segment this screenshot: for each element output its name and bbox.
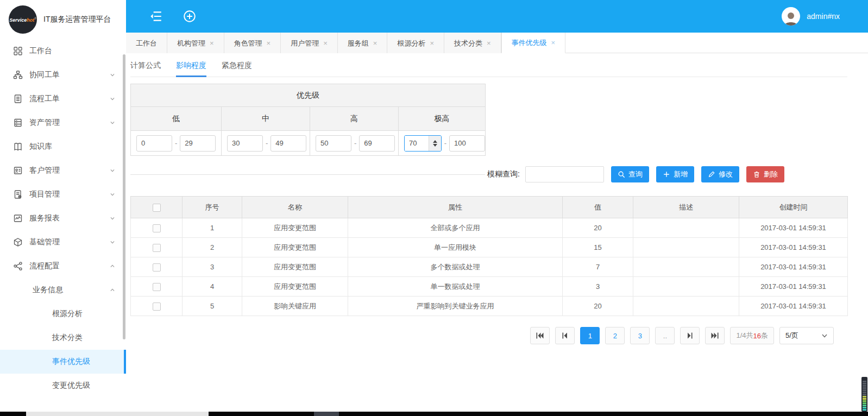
id-card-icon [13, 166, 23, 175]
row-checkbox[interactable] [153, 263, 161, 272]
sidebar-item-process-config[interactable]: 流程配置 [0, 254, 126, 278]
sidebar-item-project-mgmt[interactable]: 项目管理 [0, 182, 126, 206]
system-meter-overlay [861, 377, 867, 412]
subtab-calc-formula[interactable]: 计算公式 [130, 61, 161, 77]
page-size-select[interactable]: 5/页 [779, 327, 834, 344]
close-icon[interactable]: × [487, 33, 491, 53]
last-page-button[interactable] [705, 327, 725, 344]
high-to-input[interactable] [359, 135, 395, 152]
book-icon [13, 142, 23, 152]
sidebar-item-process-orders[interactable]: 流程工单 [0, 87, 126, 111]
row-checkbox[interactable] [153, 283, 161, 291]
next-page-icon [686, 332, 694, 339]
close-icon[interactable]: × [430, 33, 434, 53]
sidebar: Servicehot® IT服务运营管理平台 工作台 协同工单 流程工单 资产管… [0, 0, 126, 416]
sidebar-item-basic-mgmt[interactable]: 基础管理 [0, 230, 126, 254]
page-info: 1/4共16条 [730, 327, 774, 344]
level-high: 高 [310, 107, 399, 131]
platform-title: IT服务运营管理平台 [43, 15, 111, 24]
medium-to-input[interactable] [271, 135, 306, 152]
page-button-1[interactable]: 1 [580, 327, 600, 344]
sidebar-item-workbench[interactable]: 工作台 [0, 39, 126, 63]
step-up-icon[interactable] [433, 140, 437, 143]
sidebar-item-knowledge-base[interactable]: 知识库 [0, 135, 126, 159]
document-icon [13, 94, 23, 104]
fuzzy-search-input[interactable] [525, 166, 604, 182]
sidebar-item-service-reports[interactable]: 服务报表 [0, 206, 126, 230]
tab-service-group[interactable]: 服务组× [338, 33, 388, 53]
tabbar: 工作台 机构管理× 角色管理× 用户管理× 服务组× 根源分析× 技术分类× 事… [126, 33, 868, 53]
priority-matrix: 优先级 低 中 高 极高 - - [130, 84, 486, 156]
close-icon[interactable]: × [267, 33, 271, 53]
very-high-to-input[interactable] [449, 135, 485, 152]
row-checkbox[interactable] [153, 302, 161, 311]
medium-from-input[interactable] [227, 135, 263, 152]
close-icon[interactable]: × [551, 33, 556, 53]
close-icon[interactable]: × [373, 33, 378, 53]
collapse-sidebar-icon[interactable] [149, 9, 163, 23]
grid-icon [13, 46, 23, 56]
table-row[interactable]: 1应用变更范围全部或多个应用 202017-03-01 14:59:31 [131, 218, 848, 238]
page-ellipsis[interactable]: .. [655, 327, 675, 344]
first-page-button[interactable] [530, 327, 550, 344]
add-button[interactable]: 新增 [656, 166, 694, 182]
table-row[interactable]: 4应用变更范围单一数据或处理 32017-03-01 14:59:31 [131, 277, 848, 297]
add-new-icon[interactable] [183, 9, 197, 23]
subtab-urgency-degree[interactable]: 紧急程度 [222, 61, 252, 77]
sidebar-item-tech-category[interactable]: 技术分类 [0, 326, 126, 350]
low-to-input[interactable] [180, 135, 216, 152]
sidebar-item-business-info[interactable]: 业务信息 [0, 278, 126, 302]
last-page-icon [711, 332, 719, 339]
select-all-checkbox[interactable] [153, 204, 161, 212]
pencil-icon [708, 171, 715, 178]
prev-page-button[interactable] [555, 327, 575, 344]
table-row[interactable]: 5影响关键应用严重影响到关键业务应用 202017-03-01 14:59:31 [131, 297, 848, 316]
row-checkbox[interactable] [153, 224, 161, 232]
number-stepper[interactable] [429, 136, 441, 151]
table-row[interactable]: 2应用变更范围单一应用模块 152017-03-01 14:59:31 [131, 238, 848, 257]
first-page-icon [536, 332, 544, 339]
close-icon[interactable]: × [323, 33, 328, 53]
low-from-input[interactable] [136, 135, 172, 152]
scrollbar-thumb[interactable] [26, 412, 209, 416]
row-checkbox[interactable] [153, 244, 161, 252]
tab-role-mgmt[interactable]: 角色管理× [224, 33, 281, 53]
chevron-up-icon [109, 286, 116, 294]
tab-tech-category[interactable]: 技术分类× [444, 33, 501, 53]
step-down-icon[interactable] [433, 144, 437, 147]
toolbar: 模糊查询: 查询 新增 修改 删除 [130, 166, 868, 183]
high-from-input[interactable] [316, 135, 351, 152]
tab-user-mgmt[interactable]: 用户管理× [281, 33, 338, 53]
subtab-impact-degree[interactable]: 影响程度 [176, 61, 206, 77]
logo-text: Servicehot® [9, 17, 36, 23]
sidebar-item-change-priority[interactable]: 变更优先级 [0, 374, 126, 398]
query-button[interactable]: 查询 [611, 166, 649, 182]
user-menu[interactable]: admin#nx [782, 7, 840, 26]
table-row[interactable]: 3应用变更范围多个数据或处理 72017-03-01 14:59:31 [131, 257, 848, 277]
sidebar-item-asset-mgmt[interactable]: 资产管理 [0, 111, 126, 135]
close-icon[interactable]: × [210, 33, 214, 53]
delete-button[interactable]: 删除 [746, 166, 784, 182]
tab-root-cause[interactable]: 根源分析× [387, 33, 444, 53]
divider [130, 174, 485, 175]
tab-org-mgmt[interactable]: 机构管理× [167, 33, 224, 53]
sidebar-scrollbar[interactable] [123, 54, 125, 339]
brand-area: Servicehot® IT服务运营管理平台 [0, 0, 126, 39]
sidebar-item-incident-priority[interactable]: 事件优先级 [0, 350, 126, 374]
next-page-button[interactable] [680, 327, 700, 344]
sidebar-item-customer-mgmt[interactable]: 客户管理 [0, 159, 126, 182]
sidebar-item-collab-orders[interactable]: 协同工单 [0, 63, 126, 87]
level-low: 低 [131, 107, 222, 131]
very-high-from-input[interactable] [405, 136, 429, 151]
tab-workbench[interactable]: 工作台 [126, 33, 167, 53]
content: 计算公式 影响程度 紧急程度 优先级 低 中 高 极高 - [126, 53, 868, 416]
cube-icon [13, 237, 23, 247]
tab-incident-priority[interactable]: 事件优先级× [501, 33, 566, 53]
bottom-scrollbar[interactable] [0, 412, 868, 416]
page-button-2[interactable]: 2 [605, 327, 625, 344]
page-button-3[interactable]: 3 [630, 327, 650, 344]
data-table: 序号 名称 属性 值 描述 创建时间 1应用变更范围全部或多个应用 202017… [130, 196, 848, 316]
very-high-from-spinner [404, 135, 442, 152]
edit-button[interactable]: 修改 [701, 166, 739, 182]
sidebar-item-root-cause-analysis[interactable]: 根源分析 [0, 302, 126, 326]
